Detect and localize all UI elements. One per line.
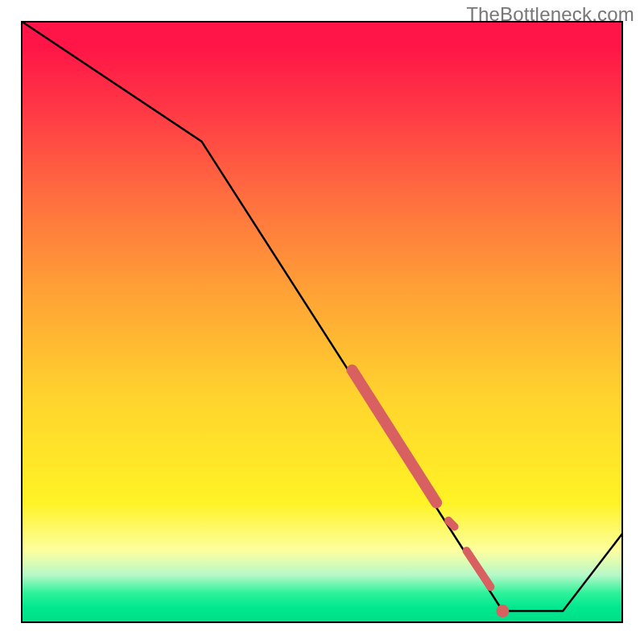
highlight-thick-upper bbox=[352, 370, 436, 503]
chart-container: TheBottleneck.com bbox=[0, 0, 644, 644]
watermark-text: TheBottleneck.com bbox=[466, 3, 634, 26]
highlight-point bbox=[496, 605, 509, 617]
highlight-group bbox=[352, 370, 509, 617]
main-curve-line bbox=[21, 21, 623, 611]
highlight-thick-lower bbox=[467, 551, 491, 587]
highlight-thick-mid bbox=[448, 521, 454, 526]
data-overlay bbox=[21, 21, 623, 623]
